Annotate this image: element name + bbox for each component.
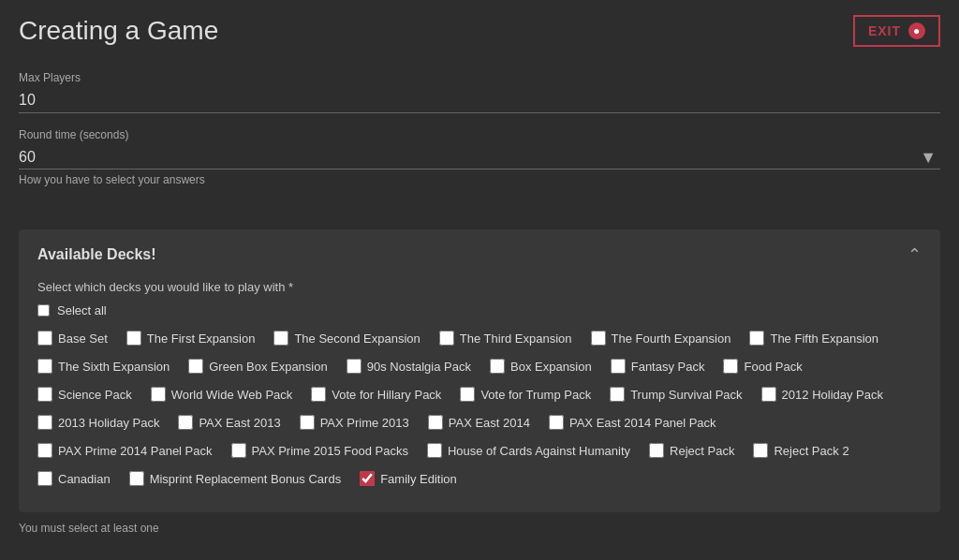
deck-label-pax-prime-2014-panel[interactable]: PAX Prime 2014 Panel Pack	[58, 444, 213, 458]
deck-label-pax-east-2014-panel[interactable]: PAX East 2014 Panel Pack	[569, 416, 716, 430]
deck-label-science-pack[interactable]: Science Pack	[58, 388, 132, 402]
list-item: Box Expansion	[490, 359, 592, 374]
list-item: Family Edition	[360, 471, 457, 486]
list-item: The Fifth Expansion	[749, 331, 878, 346]
deck-checkbox-vote-hillary-pack[interactable]	[311, 387, 326, 402]
decks-header[interactable]: Available Decks! ⌃	[19, 229, 940, 280]
list-item: Food Pack	[723, 359, 802, 374]
deck-label-base-set[interactable]: Base Set	[58, 332, 108, 346]
deck-checkbox-fourth-expansion[interactable]	[591, 331, 606, 346]
list-item: Vote for Hillary Pack	[311, 387, 441, 402]
deck-checkbox-pax-prime-2014-panel[interactable]	[37, 443, 52, 458]
list-item: PAX Prime 2014 Panel Pack	[37, 443, 213, 458]
deck-checkbox-reject-pack[interactable]	[649, 443, 664, 458]
deck-label-sixth-expansion[interactable]: The Sixth Expansion	[58, 360, 170, 374]
deck-label-second-expansion[interactable]: The Second Expansion	[294, 332, 420, 346]
deck-checkbox-house-of-cards[interactable]	[427, 443, 442, 458]
select-all-row: Select all	[37, 303, 922, 317]
list-item: Vote for Trump Pack	[460, 387, 591, 402]
max-players-input[interactable]	[19, 88, 940, 113]
select-all-label[interactable]: Select all	[57, 303, 107, 317]
deck-label-pax-east-2014[interactable]: PAX East 2014	[449, 416, 530, 430]
decks-title: Available Decks!	[37, 246, 156, 263]
deck-checkbox-pax-east-2013[interactable]	[178, 415, 193, 430]
exit-button[interactable]: EXIT ●	[853, 15, 940, 47]
decks-content: Select which decks you would like to pla…	[19, 280, 940, 512]
deck-label-misprint-bonus[interactable]: Misprint Replacement Bonus Cards	[150, 472, 341, 486]
deck-label-trump-survival-pack[interactable]: Trump Survival Pack	[630, 388, 742, 402]
deck-checkbox-pax-prime-2013[interactable]	[300, 415, 315, 430]
deck-label-vote-hillary-pack[interactable]: Vote for Hillary Pack	[332, 388, 441, 402]
deck-checkbox-third-expansion[interactable]	[439, 331, 454, 346]
deck-checkbox-holiday-2012[interactable]	[761, 387, 776, 402]
deck-checkbox-base-set[interactable]	[37, 331, 52, 346]
round-time-select[interactable]: 30 60 90 120	[19, 145, 940, 169]
validation-message: You must select at least one	[0, 522, 959, 544]
deck-label-pax-east-2013[interactable]: PAX East 2013	[199, 416, 280, 430]
deck-label-box-expansion[interactable]: Box Expansion	[510, 360, 592, 374]
deck-label-house-of-cards[interactable]: House of Cards Against Humanity	[448, 444, 630, 458]
deck-label-family-edition[interactable]: Family Edition	[380, 472, 457, 486]
deck-checkbox-canadian[interactable]	[37, 471, 52, 486]
deck-label-first-expansion[interactable]: The First Expansion	[147, 332, 256, 346]
deck-checkbox-first-expansion[interactable]	[126, 331, 141, 346]
list-item: PAX East 2014	[428, 415, 530, 430]
list-item: PAX East 2013	[178, 415, 280, 430]
header: Creating a Game EXIT ●	[0, 0, 959, 62]
deck-checkbox-pax-east-2014[interactable]	[428, 415, 443, 430]
deck-label-world-wide-web-pack[interactable]: World Wide Web Pack	[171, 388, 293, 402]
deck-checkbox-holiday-2013[interactable]	[37, 415, 52, 430]
deck-checkbox-reject-pack-2[interactable]	[753, 443, 768, 458]
decks-section: Available Decks! ⌃ Select which decks yo…	[19, 229, 940, 512]
list-item: Trump Survival Pack	[610, 387, 742, 402]
deck-label-pax-prime-2013[interactable]: PAX Prime 2013	[320, 416, 409, 430]
deck-label-fantasy-pack[interactable]: Fantasy Pack	[631, 360, 705, 374]
round-time-select-wrapper: 30 60 90 120 ▼	[19, 145, 940, 169]
deck-checkbox-second-expansion[interactable]	[273, 331, 288, 346]
deck-label-reject-pack-2[interactable]: Reject Pack 2	[774, 444, 848, 458]
list-item: Canadian	[37, 471, 111, 486]
select-all-checkbox[interactable]	[37, 304, 50, 317]
deck-label-canadian[interactable]: Canadian	[58, 472, 111, 486]
list-item: The Sixth Expansion	[37, 359, 170, 374]
deck-checkbox-box-expansion[interactable]	[490, 359, 505, 374]
deck-label-holiday-2013[interactable]: 2013 Holiday Pack	[58, 416, 159, 430]
max-players-group: Max Players	[19, 71, 940, 113]
deck-checkbox-fantasy-pack[interactable]	[611, 359, 626, 374]
deck-checkbox-pax-prime-2015-food[interactable]	[231, 443, 246, 458]
deck-checkbox-misprint-bonus[interactable]	[129, 471, 144, 486]
list-item: Science Pack	[37, 387, 132, 402]
list-item: 90s Nostalgia Pack	[347, 359, 471, 374]
round-time-hint: How you have to select your answers	[19, 173, 940, 186]
deck-checkbox-trump-survival-pack[interactable]	[610, 387, 625, 402]
deck-checkbox-90s-nostalgia-pack[interactable]	[347, 359, 361, 374]
deck-checkbox-fifth-expansion[interactable]	[749, 331, 764, 346]
list-item: PAX Prime 2013	[300, 415, 409, 430]
deck-label-90s-nostalgia-pack[interactable]: 90s Nostalgia Pack	[367, 360, 471, 374]
exit-icon: ●	[908, 22, 925, 39]
deck-label-pax-prime-2015-food[interactable]: PAX Prime 2015 Food Packs	[252, 444, 408, 458]
deck-label-green-box-expansion[interactable]: Green Box Expansion	[209, 360, 327, 374]
deck-checkbox-green-box-expansion[interactable]	[188, 359, 203, 374]
deck-checkbox-food-pack[interactable]	[723, 359, 738, 374]
deck-label-holiday-2012[interactable]: 2012 Holiday Pack	[782, 388, 883, 402]
deck-checkbox-science-pack[interactable]	[37, 387, 52, 402]
deck-checkbox-world-wide-web-pack[interactable]	[151, 387, 166, 402]
list-item: The Second Expansion	[273, 331, 420, 346]
deck-checkbox-vote-trump-pack[interactable]	[460, 387, 475, 402]
list-item: The Fourth Expansion	[591, 331, 731, 346]
list-item: The Third Expansion	[439, 331, 572, 346]
deck-label-third-expansion[interactable]: The Third Expansion	[460, 332, 572, 346]
list-item: 2013 Holiday Pack	[37, 415, 159, 430]
deck-label-reject-pack[interactable]: Reject Pack	[670, 444, 734, 458]
deck-checkbox-sixth-expansion[interactable]	[37, 359, 52, 374]
deck-label-vote-trump-pack[interactable]: Vote for Trump Pack	[480, 388, 591, 402]
round-time-group: Round time (seconds) 30 60 90 120 ▼ How …	[19, 128, 940, 186]
round-time-label: Round time (seconds)	[19, 128, 940, 141]
deck-label-fifth-expansion[interactable]: The Fifth Expansion	[770, 332, 878, 346]
deck-checkbox-family-edition[interactable]	[360, 471, 375, 486]
deck-label-food-pack[interactable]: Food Pack	[744, 360, 802, 374]
deck-checkbox-pax-east-2014-panel[interactable]	[549, 415, 564, 430]
deck-label-fourth-expansion[interactable]: The Fourth Expansion	[612, 332, 731, 346]
list-item: The First Expansion	[126, 331, 256, 346]
